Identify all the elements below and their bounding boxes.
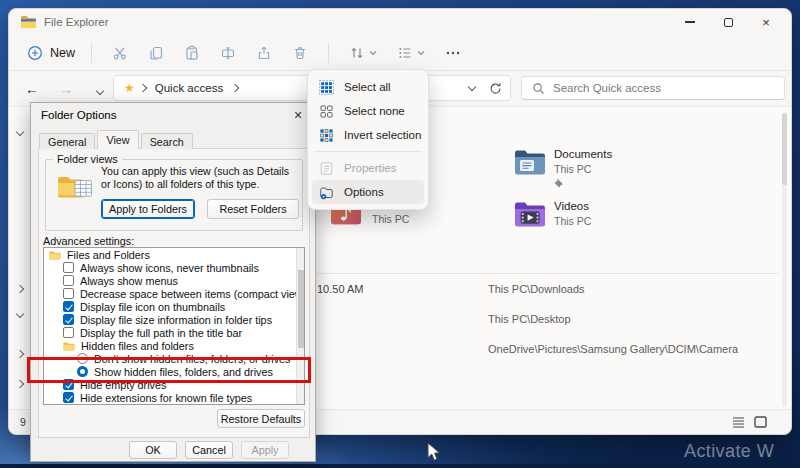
- menu-item-label: Select none: [344, 105, 405, 117]
- dialog-title: Folder Options: [41, 109, 116, 121]
- back-button[interactable]: ←: [21, 81, 43, 97]
- setting-row[interactable]: Display file icon on thumbnails: [44, 300, 304, 313]
- ok-button[interactable]: OK: [129, 441, 177, 459]
- tree-expander-icon[interactable]: [16, 350, 24, 358]
- setting-row[interactable]: Hide extensions for known file types: [44, 391, 304, 404]
- pin-icon: [554, 178, 564, 188]
- menu-item-properties: Properties: [312, 156, 424, 180]
- scrollbar-thumb[interactable]: [782, 113, 787, 185]
- back-icon: ←: [25, 81, 39, 97]
- tab-label: General: [48, 136, 86, 148]
- paste-button[interactable]: [174, 39, 210, 67]
- group-label: Folder views: [53, 153, 122, 165]
- large-thumbnails-toggle-icon[interactable]: [754, 416, 767, 428]
- scrollbar-thumb[interactable]: [298, 270, 304, 348]
- share-button[interactable]: [246, 39, 282, 67]
- share-icon: [256, 45, 272, 61]
- setting-row[interactable]: Decrease space between items (compact vi…: [44, 287, 304, 300]
- setting-label: Display file icon on thumbnails: [80, 301, 225, 313]
- breadcrumb-quick-access[interactable]: Quick access: [155, 82, 223, 94]
- videos-folder-icon: [514, 201, 548, 229]
- dialog-tabs: General View Search: [39, 130, 195, 149]
- checkbox[interactable]: [63, 288, 74, 299]
- activate-windows-watermark: Activate W: [684, 441, 774, 462]
- cancel-button[interactable]: Cancel: [185, 441, 233, 459]
- address-dropdown-icon[interactable]: [468, 82, 476, 90]
- tree-expander-icon[interactable]: [16, 128, 24, 136]
- minimize-icon: [685, 21, 695, 22]
- forward-icon: →: [59, 81, 73, 97]
- content-scrollbar[interactable]: [782, 113, 787, 407]
- checkbox[interactable]: [63, 327, 74, 338]
- checkbox[interactable]: [63, 301, 74, 312]
- setting-row[interactable]: Always show menus: [44, 274, 304, 287]
- search-input[interactable]: [553, 82, 763, 94]
- refresh-icon[interactable]: [489, 82, 502, 95]
- tree-expander-icon[interactable]: [16, 380, 24, 388]
- setting-label: Always show menus: [80, 275, 178, 287]
- advanced-settings-label: Advanced settings:: [43, 235, 134, 247]
- recent-location: This PC\Downloads: [488, 283, 585, 295]
- more-icon: [445, 45, 461, 61]
- menu-item-select-none[interactable]: Select none: [312, 99, 424, 123]
- rename-button[interactable]: [210, 39, 246, 67]
- menu-item-options[interactable]: Options: [312, 180, 424, 204]
- tile-location: This PC: [554, 215, 591, 227]
- forward-button[interactable]: →: [55, 81, 77, 97]
- restore-defaults-button[interactable]: Restore Defaults: [217, 409, 305, 428]
- titlebar[interactable]: File Explorer ×: [9, 9, 791, 35]
- menu-item-select-all[interactable]: Select all: [312, 75, 424, 99]
- search-box[interactable]: [521, 76, 785, 100]
- breadcrumb-chevron-icon: [231, 84, 239, 92]
- details-view-toggle-icon[interactable]: [732, 416, 745, 428]
- close-icon: ×: [294, 107, 302, 123]
- window-controls: ×: [671, 9, 785, 35]
- dialog-close-button[interactable]: ×: [287, 105, 309, 125]
- tile-location: This PC: [554, 163, 591, 175]
- folder-icon: [49, 250, 61, 260]
- file-explorer-app-icon: [20, 15, 36, 29]
- copy-button[interactable]: [138, 39, 174, 67]
- settings-group-row[interactable]: Hidden files and folders: [44, 339, 304, 352]
- tab-general[interactable]: General: [39, 133, 95, 149]
- new-button[interactable]: New: [21, 39, 81, 67]
- folder-options-dialog: Folder Options × General View Search Fol…: [30, 102, 316, 462]
- view-button[interactable]: [387, 39, 435, 67]
- checkbox[interactable]: [63, 314, 74, 325]
- apply-to-folders-button[interactable]: Apply to Folders: [101, 199, 195, 219]
- see-more-button[interactable]: [435, 39, 471, 67]
- setting-label: Display the full path in the title bar: [80, 327, 242, 339]
- tile-location: This PC: [372, 213, 409, 225]
- setting-row[interactable]: Display the full path in the title bar: [44, 326, 304, 339]
- setting-row[interactable]: Always show icons, never thumbnails: [44, 261, 304, 274]
- delete-button[interactable]: [282, 39, 318, 67]
- highlight-annotation-box: [27, 357, 311, 383]
- chevron-down-icon: [96, 87, 104, 95]
- minimize-button[interactable]: [671, 9, 709, 35]
- checkbox[interactable]: [63, 275, 74, 286]
- settings-group-row[interactable]: Files and Folders: [44, 248, 304, 261]
- rename-icon: [220, 45, 236, 61]
- checkbox[interactable]: [63, 262, 74, 273]
- checkbox[interactable]: [63, 392, 74, 403]
- setting-label: Decrease space between items (compact vi…: [80, 288, 305, 300]
- menu-item-invert-selection[interactable]: Invert selection: [312, 123, 424, 147]
- recent-locations-button[interactable]: [89, 81, 111, 97]
- maximize-button[interactable]: [709, 9, 747, 35]
- tab-view[interactable]: View: [97, 130, 138, 149]
- tab-search[interactable]: Search: [141, 133, 193, 149]
- close-button[interactable]: ×: [747, 9, 785, 35]
- select-all-icon: [319, 80, 334, 95]
- options-icon: [319, 185, 334, 200]
- setting-label: Display file size information in folder …: [80, 314, 272, 326]
- reset-folders-button[interactable]: Reset Folders: [207, 199, 299, 219]
- setting-label: Hidden files and folders: [81, 340, 194, 352]
- tree-expander-icon[interactable]: [16, 285, 24, 293]
- setting-row[interactable]: Display file size information in folder …: [44, 313, 304, 326]
- tree-expander-icon[interactable]: [16, 310, 24, 318]
- sort-button[interactable]: [339, 39, 387, 67]
- cut-button[interactable]: [102, 39, 138, 67]
- see-more-menu: Select all Select none Invert selection …: [307, 69, 429, 210]
- tile-title: Videos: [554, 200, 589, 212]
- recent-location: This PC\Desktop: [488, 313, 571, 325]
